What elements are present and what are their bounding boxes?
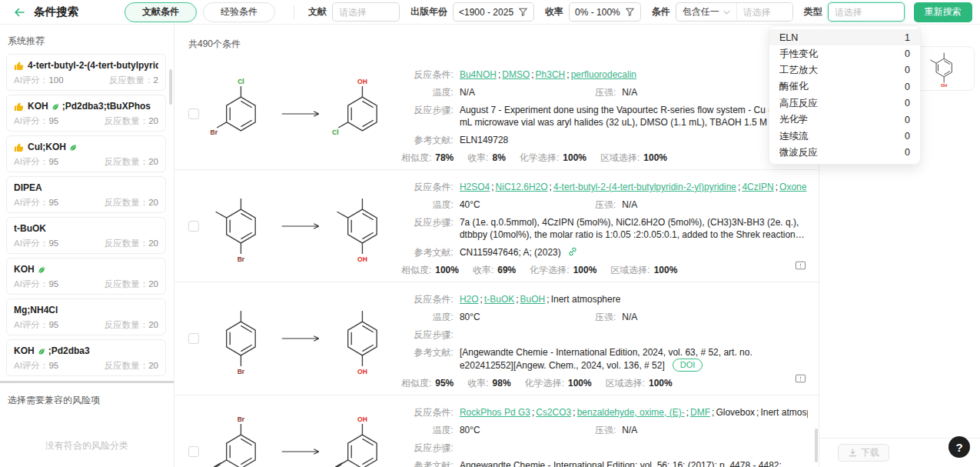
reactant-structure: Br xyxy=(204,300,279,377)
help-button[interactable]: ? xyxy=(948,436,970,458)
reactant-structure: Br xyxy=(204,188,279,265)
condition-link[interactable]: Cs2CO3 xyxy=(536,407,571,418)
svg-text:OH: OH xyxy=(357,77,367,85)
condition-link[interactable]: NiC12.6H2O xyxy=(496,182,548,192)
reaction-count-value: 20 xyxy=(148,157,158,166)
steps-label: 反应步骤: xyxy=(401,442,453,454)
literature-input[interactable] xyxy=(332,2,400,22)
type-option[interactable]: 高压反应0 xyxy=(769,95,920,112)
risk-empty-text: 没有符合的风险分类 xyxy=(0,439,174,452)
yield-filter[interactable]: 0% - 100% xyxy=(569,2,641,22)
product-structure: OHN xyxy=(325,413,400,467)
temperature-value: 80°C xyxy=(460,311,595,323)
svg-text:Cl: Cl xyxy=(238,77,244,85)
reaction-count-label: 反应数量： xyxy=(105,320,149,329)
type-option[interactable]: 酶催化0 xyxy=(769,78,920,95)
feedback-button[interactable] xyxy=(795,373,806,387)
funnel-icon xyxy=(625,7,635,17)
type-option-count: 0 xyxy=(905,147,910,158)
pressure-label: 压强: xyxy=(595,311,616,323)
condition-link[interactable]: Oxone xyxy=(779,182,806,192)
type-input[interactable] xyxy=(828,2,905,22)
type-option[interactable]: 微波反应0 xyxy=(769,145,920,161)
condition-link[interactable]: benzaldehyde, oxime, (E)- xyxy=(577,407,685,418)
stat-value: 100% xyxy=(649,378,673,389)
condition-link[interactable]: DMSO xyxy=(502,69,530,80)
reaction-count-label: 反应数量： xyxy=(105,116,149,125)
results-total: 共490个条件 xyxy=(188,38,241,51)
condition-link[interactable]: DMF xyxy=(690,407,710,418)
sidebar-scrollbar[interactable] xyxy=(169,69,172,105)
type-option[interactable]: 连续流0 xyxy=(769,128,920,144)
doi-badge[interactable]: DOI xyxy=(673,359,703,372)
row-checkbox[interactable] xyxy=(188,333,199,344)
ai-score-value: 95 xyxy=(48,198,58,207)
download-button[interactable]: 下载 xyxy=(838,444,889,462)
row-checkbox[interactable] xyxy=(188,108,199,119)
reaction-count-label: 反应数量： xyxy=(105,279,149,289)
recommend-card-name: KOH;Pd2dba3;tBuXPhos xyxy=(14,100,158,113)
condition-input[interactable] xyxy=(737,3,792,21)
svg-text:OH: OH xyxy=(941,82,947,87)
condition-link[interactable]: H2O xyxy=(460,294,479,305)
row-checkbox[interactable] xyxy=(188,221,199,232)
steps-text: 7a (1e. q.0.5mmol), 4CzIPN (5mol%), NiCl… xyxy=(460,216,808,241)
type-option-label: ELN xyxy=(779,32,798,43)
condition-link[interactable]: Ph3CH xyxy=(536,69,566,80)
condition-link[interactable]: BuOH xyxy=(520,294,546,305)
reaction-count-value: 20 xyxy=(148,361,158,370)
type-option[interactable]: 手性变化0 xyxy=(769,45,920,62)
conditions-label: 反应条件: xyxy=(401,406,453,419)
type-option-count: 0 xyxy=(905,48,910,59)
recommend-card[interactable]: KOH;Pd2dba3AI评分：95反应数量：20 xyxy=(6,339,166,376)
stat-value: 100% xyxy=(654,265,678,275)
svg-text:Br: Br xyxy=(211,128,218,135)
condition-link[interactable]: 4-tert-butyl-2-(4-tert-butylpyridin-2-yl… xyxy=(553,182,736,192)
literature-label: 文献 xyxy=(308,5,327,18)
type-option-count: 0 xyxy=(905,82,910,92)
reaction-arrow-icon xyxy=(281,334,324,343)
recommend-card[interactable]: KOH;Pd2dba3;tBuXPhosAI评分：95反应数量：20 xyxy=(6,95,166,132)
type-option[interactable]: ELN1 xyxy=(769,29,920,45)
condition-text: Glovebox xyxy=(716,407,755,418)
reaction-count-label: 反应数量： xyxy=(105,198,149,207)
reaction-count-value: 20 xyxy=(148,279,158,289)
condition-link[interactable]: RockPhos Pd G3 xyxy=(460,407,530,418)
page-title: 条件搜索 xyxy=(34,5,78,19)
type-option[interactable]: 光化学0 xyxy=(769,112,920,128)
search-again-button[interactable]: 重新搜索 xyxy=(914,2,972,22)
tab-experience-conditions[interactable]: 经验条件 xyxy=(203,2,275,22)
feedback-button[interactable] xyxy=(795,260,806,274)
recommend-card[interactable]: CuI;KOHAI评分：95反应数量：20 xyxy=(6,135,166,172)
type-option-label: 高压反应 xyxy=(779,97,818,110)
type-option[interactable]: 工艺放大0 xyxy=(769,62,920,78)
back-button[interactable] xyxy=(11,4,28,21)
tab-literature-conditions[interactable]: 文献条件 xyxy=(125,2,197,22)
row-checkbox[interactable] xyxy=(188,446,199,457)
reaction-count-value: 20 xyxy=(148,239,158,248)
reaction-count-value: 20 xyxy=(148,198,158,207)
publish-year-filter[interactable]: <1900 - 2025 xyxy=(453,2,534,22)
recommend-card[interactable]: t-BuOKAI评分：95反应数量：20 xyxy=(6,217,166,254)
condition-link[interactable]: H2SO4 xyxy=(460,182,490,192)
condition-link[interactable]: perfluorodecalin xyxy=(571,69,636,80)
recommend-card[interactable]: KOHAI评分：95反应数量：20 xyxy=(6,258,166,295)
condition-link[interactable]: Bu4NOH xyxy=(460,69,497,80)
condition-link[interactable]: t-BuOK xyxy=(484,294,514,305)
recommend-card[interactable]: DIPEAAI评分：95反应数量：20 xyxy=(6,176,166,213)
condition-link[interactable]: 4CzIPN xyxy=(742,182,773,192)
condition-mode-select[interactable]: 包含任一 xyxy=(676,3,737,21)
ai-score-value: 95 xyxy=(48,157,58,166)
recommend-card[interactable]: Mg;NH4ClAI评分：95反应数量：20 xyxy=(6,299,166,335)
recommend-card-list: 4-tert-butyl-2-(4-tert-butylpyridin-2-yl… xyxy=(0,54,174,376)
link-icon[interactable] xyxy=(567,246,578,257)
results-scrollbar[interactable] xyxy=(815,429,818,462)
stat-label: 化学选择: xyxy=(525,378,564,389)
conditions-label: 反应条件: xyxy=(401,181,453,193)
product-structure: OHCl xyxy=(325,75,400,152)
yield-label: 收率 xyxy=(545,5,563,18)
recommend-card[interactable]: 4-tert-butyl-2-(4-tert-butylpyridin-2-yl… xyxy=(6,54,166,91)
svg-text:Br: Br xyxy=(238,415,245,422)
reference-label: 参考文献: xyxy=(401,134,453,146)
ai-score-label: AI评分： xyxy=(14,320,48,329)
